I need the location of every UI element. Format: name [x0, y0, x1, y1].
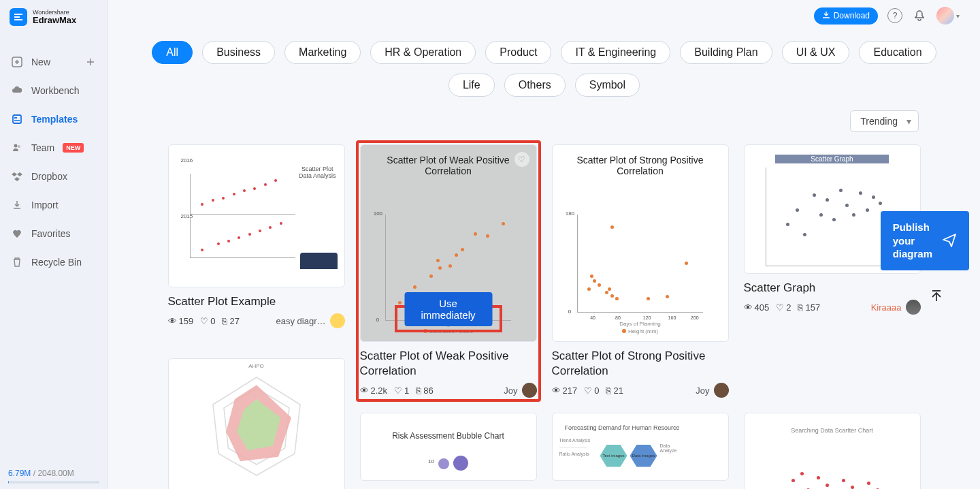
thumb: Forecasting Demand for Human Resource Tr…: [552, 413, 729, 481]
thumb: ♡ Scatter Plot of Weak Positive Correlat…: [360, 144, 537, 342]
template-card[interactable]: Forecasting Demand for Human Resource Tr…: [552, 413, 729, 489]
card-title: Scatter Plot Example: [168, 294, 345, 309]
dropbox-icon: [11, 170, 23, 183]
heart-icon: ♡: [584, 385, 592, 396]
cat-product[interactable]: Product: [485, 41, 551, 64]
main-content: Download ? ▾ All Business Marketing HR &…: [108, 0, 980, 489]
sidebar-item-favorites[interactable]: Favorites: [0, 219, 108, 248]
people-icon: [11, 142, 23, 154]
heart-icon: ♡: [776, 302, 784, 313]
trash-icon: [11, 256, 23, 268]
eye-icon: 👁: [168, 316, 177, 326]
thumb: Searching Data Scartter Chart: [744, 413, 921, 489]
sidebar-item-templates[interactable]: Templates: [0, 105, 108, 133]
card-meta: 👁405 ♡2 ⎘157 Kiraaaa: [744, 300, 921, 315]
nav-label: Favorites: [31, 228, 71, 239]
author-avatar: [330, 313, 345, 328]
send-icon: [942, 232, 957, 249]
copy-icon: ⎘: [416, 385, 421, 396]
plus-square-icon: [11, 56, 23, 68]
template-card[interactable]: Risk Assessment Bubble Chart 10: [360, 413, 537, 489]
author-name: Joy: [504, 385, 517, 396]
card-title: Scatter Plot of Weak Positive Correlatio…: [360, 349, 537, 379]
template-card[interactable]: Scatter Plot of Strong Positive Correlat…: [552, 144, 729, 398]
import-icon: [11, 199, 23, 211]
sidebar-item-new[interactable]: New: [0, 48, 108, 76]
cat-education[interactable]: Education: [859, 41, 936, 64]
card-title: Scatter Plot of Strong Positive Correlat…: [552, 349, 729, 379]
storage-used: 6.79M: [8, 469, 31, 478]
author-avatar: [906, 300, 921, 315]
template-card[interactable]: Scatter Graph Scatter Graph 👁405 ♡2 ⎘157…: [744, 144, 921, 398]
cat-symbol[interactable]: Symbol: [575, 74, 640, 97]
cat-it[interactable]: IT & Engineering: [561, 41, 670, 64]
badge-new: NEW: [63, 143, 84, 153]
author-avatar: [714, 383, 729, 398]
publish-diagram-button[interactable]: Publishyourdiagram: [881, 211, 969, 270]
card-meta: 👁217 ♡0 ⎘21 Joy: [552, 383, 729, 398]
cat-uiux[interactable]: UI & UX: [782, 41, 850, 64]
copy-icon: ⎘: [798, 302, 803, 313]
author-name: easy diagr…: [276, 316, 326, 326]
card-title: Scatter Graph: [744, 281, 921, 296]
publish-label: Publishyourdiagram: [893, 221, 932, 261]
logo-icon: [10, 8, 27, 26]
favorite-icon[interactable]: ♡: [514, 152, 529, 167]
user-menu[interactable]: ▾: [936, 7, 960, 25]
download-button[interactable]: Download: [814, 7, 878, 25]
cat-life[interactable]: Life: [448, 74, 495, 97]
copy-icon: ⎘: [222, 316, 227, 326]
logo[interactable]: Wondershare EdrawMax: [0, 0, 108, 34]
cat-business[interactable]: Business: [202, 41, 275, 64]
card-meta: 👁159 ♡0 ⎘27 easy diagr…: [168, 313, 345, 328]
copy-icon: ⎘: [606, 385, 611, 396]
brand-bottom: EdrawMax: [33, 16, 76, 25]
cat-building[interactable]: Building Plan: [680, 41, 772, 64]
thumb: 2016 2015 Scatter Plot Data Analysis: [168, 144, 345, 287]
svg-rect-1: [13, 115, 21, 123]
plus-icon[interactable]: [84, 56, 97, 68]
template-card[interactable]: Searching Data Scartter Chart Data Scatt…: [744, 413, 921, 489]
avatar: [936, 7, 954, 25]
cat-hr[interactable]: HR & Operation: [370, 41, 476, 64]
template-card[interactable]: AHPO: [168, 358, 345, 489]
author-name: Joy: [696, 385, 709, 396]
sidebar-item-dropbox[interactable]: Dropbox: [0, 162, 108, 191]
use-immediately-button[interactable]: Use immediately: [404, 292, 492, 326]
sort-select[interactable]: Trending: [850, 110, 919, 132]
nav-list: New Workbench Templates Team NEW Dropbox…: [0, 48, 108, 463]
svg-point-5: [18, 145, 20, 148]
people-illustration: [300, 253, 338, 280]
sidebar-item-workbench[interactable]: Workbench: [0, 76, 108, 105]
help-icon[interactable]: ?: [887, 8, 902, 23]
download-label: Download: [834, 11, 870, 20]
sidebar-item-recycle[interactable]: Recycle Bin: [0, 248, 108, 277]
sidebar-item-import[interactable]: Import: [0, 191, 108, 219]
heart-icon: ♡: [200, 316, 208, 326]
nav-label: Recycle Bin: [31, 257, 82, 268]
nav-label: Templates: [31, 114, 78, 125]
eye-icon: 👁: [360, 385, 369, 396]
bell-icon[interactable]: [912, 8, 927, 23]
template-card-highlighted[interactable]: ♡ Scatter Plot of Weak Positive Correlat…: [357, 142, 540, 400]
download-icon: [822, 11, 830, 21]
storage-indicator: 6.79M / 2048.00M: [0, 463, 108, 489]
thumb: AHPO: [168, 358, 345, 489]
author-avatar: [522, 383, 537, 398]
cat-all[interactable]: All: [152, 41, 193, 64]
nav-label: New: [31, 57, 50, 67]
sidebar-item-team[interactable]: Team NEW: [0, 133, 108, 162]
card-meta: 👁2.2k ♡1 ⎘86 Joy: [360, 383, 537, 398]
svg-rect-3: [14, 120, 20, 121]
cat-others[interactable]: Others: [504, 74, 566, 97]
nav-label: Workbench: [31, 85, 80, 96]
nav-label: Team: [31, 142, 54, 153]
cat-marketing[interactable]: Marketing: [284, 41, 361, 64]
sort-row: Trending: [108, 104, 980, 132]
thumb: Scatter Plot of Strong Positive Correlat…: [552, 144, 729, 342]
topbar: Download ? ▾: [794, 0, 980, 31]
nav-label: Dropbox: [31, 171, 67, 182]
scroll-top-button[interactable]: [927, 286, 946, 305]
eye-icon: 👁: [744, 302, 753, 313]
author-name: Kiraaaa: [871, 302, 902, 313]
